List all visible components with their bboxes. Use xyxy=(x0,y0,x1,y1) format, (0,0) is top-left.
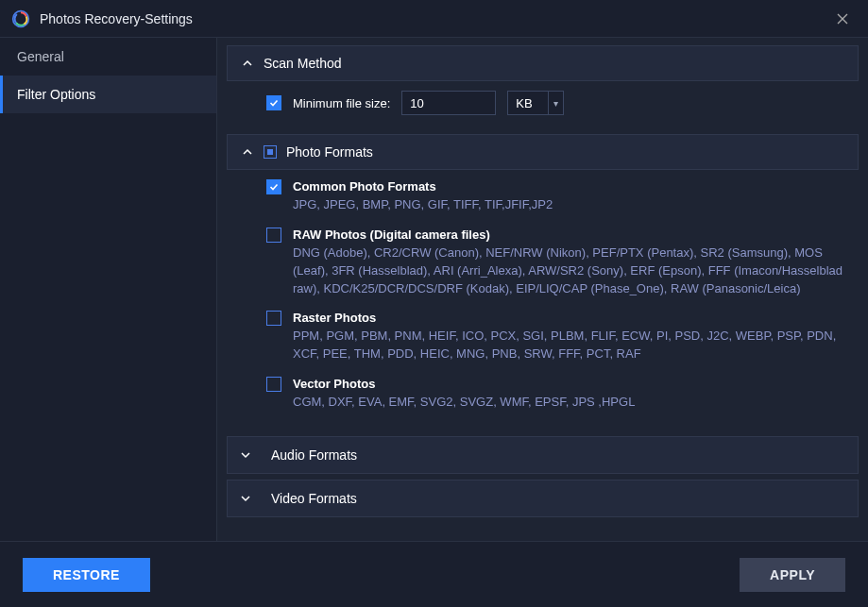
titlebar: Photos Recovery-Settings xyxy=(0,0,868,38)
chevron-up-icon xyxy=(241,59,254,68)
photo-formats-body: Common Photo Formats JPG, JPEG, BMP, PNG… xyxy=(227,176,859,436)
raw-formats-checkbox[interactable] xyxy=(266,228,281,243)
app-icon xyxy=(11,9,30,28)
photo-formats-header[interactable]: Photo Formats xyxy=(227,134,859,170)
video-formats-title: Video Formats xyxy=(271,491,357,506)
raw-formats-desc: DNG (Adobe), CR2/CRW (Canon), NEF/NRW (N… xyxy=(293,244,845,298)
min-size-label: Minimum file size: xyxy=(293,96,390,110)
common-formats-checkbox[interactable] xyxy=(266,179,281,194)
content-panel: Scan Method Minimum file size: KB ▾ xyxy=(217,38,868,541)
raster-formats-desc: PPM, PGM, PBM, PNM, HEIF, ICO, PCX, SGI,… xyxy=(293,328,845,363)
audio-formats-title: Audio Formats xyxy=(271,447,357,463)
min-size-unit-select[interactable]: KB ▾ xyxy=(507,91,564,115)
raster-formats-checkbox[interactable] xyxy=(266,311,281,326)
common-formats-desc: JPG, JPEG, BMP, PNG, GIF, TIFF, TIF,JFIF… xyxy=(293,196,845,214)
min-size-unit-value: KB xyxy=(507,91,549,115)
scan-method-header[interactable]: Scan Method xyxy=(227,45,859,81)
common-formats-title: Common Photo Formats xyxy=(293,179,436,194)
scan-method-title: Scan Method xyxy=(264,56,342,71)
vector-formats-title: Vector Photos xyxy=(293,377,375,391)
raster-formats-title: Raster Photos xyxy=(293,311,376,325)
format-group-raw: RAW Photos (Digital camera files) DNG (A… xyxy=(266,228,845,298)
settings-scroll[interactable]: Scan Method Minimum file size: KB ▾ xyxy=(227,45,859,533)
min-size-input[interactable] xyxy=(401,91,496,115)
partial-indicator-icon xyxy=(267,149,273,155)
video-formats-header[interactable]: Video Formats xyxy=(227,480,859,517)
format-group-raster: Raster Photos PPM, PGM, PBM, PNM, HEIF, … xyxy=(266,311,845,363)
min-size-checkbox[interactable] xyxy=(266,95,281,110)
apply-button[interactable]: APPLY xyxy=(740,558,845,592)
vector-formats-desc: CGM, DXF, EVA, EMF, SVG2, SVGZ, WMF, EPS… xyxy=(293,394,845,412)
close-button[interactable] xyxy=(828,5,857,33)
scan-method-body: Minimum file size: KB ▾ xyxy=(227,87,859,134)
vector-formats-checkbox[interactable] xyxy=(266,377,281,392)
chevron-up-icon xyxy=(241,147,254,157)
chevron-down-icon: ▾ xyxy=(549,91,564,115)
footer: RESTORE APPLY xyxy=(0,541,868,607)
photo-formats-title: Photo Formats xyxy=(286,144,373,160)
sidebar: General Filter Options xyxy=(0,38,217,541)
audio-formats-header[interactable]: Audio Formats xyxy=(227,436,859,474)
format-group-common: Common Photo Formats JPG, JPEG, BMP, PNG… xyxy=(266,179,845,214)
raw-formats-title: RAW Photos (Digital camera files) xyxy=(293,228,490,242)
restore-button[interactable]: RESTORE xyxy=(23,558,150,592)
chevron-down-icon xyxy=(241,447,254,464)
chevron-down-icon xyxy=(241,490,254,507)
close-icon xyxy=(837,13,848,25)
window-title: Photos Recovery-Settings xyxy=(40,11,828,26)
check-icon xyxy=(269,98,279,108)
sidebar-item-general[interactable]: General xyxy=(0,38,216,76)
check-icon xyxy=(269,182,279,192)
format-group-vector: Vector Photos CGM, DXF, EVA, EMF, SVG2, … xyxy=(266,377,845,412)
sidebar-item-filter-options[interactable]: Filter Options xyxy=(0,76,216,113)
photo-formats-partial-checkbox[interactable] xyxy=(264,145,277,159)
